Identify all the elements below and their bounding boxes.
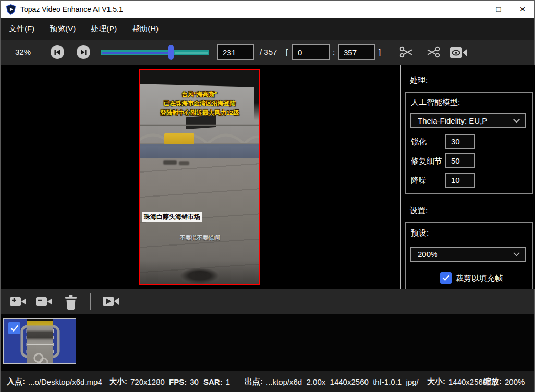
preset-dropdown[interactable]: 200% bbox=[410, 247, 526, 262]
remove-video-icon[interactable] bbox=[36, 295, 53, 308]
timeline-handle[interactable] bbox=[168, 45, 174, 60]
restore-detail-label: 修复细节 bbox=[411, 156, 442, 166]
app-logo-icon bbox=[6, 4, 16, 15]
range-end-input[interactable] bbox=[338, 44, 375, 60]
status-sar: SAR: 1 bbox=[203, 371, 230, 392]
restore-detail-input[interactable] bbox=[445, 153, 475, 168]
trim-out-scissors-icon[interactable] bbox=[425, 45, 441, 59]
preset-label: 预设: bbox=[411, 228, 429, 238]
status-out-point: 出点: ...ktop/x6d_2.00x_1440x2560_thf-1.0.… bbox=[245, 371, 419, 392]
bridge-wall bbox=[140, 144, 259, 158]
playback-toolbar: 32% / 357 [ : ] bbox=[1, 40, 534, 65]
app-window: Topaz Video Enhance AI V1.5.1 — □ × 文件(F… bbox=[0, 0, 535, 392]
subtitle-overlay: 不要慌不要慌啊 bbox=[140, 234, 259, 242]
range-open-bracket: [ bbox=[286, 47, 288, 56]
status-output-size: 大小: 1440x2560 bbox=[427, 371, 487, 392]
menu-process[interactable]: 处理(P) bbox=[90, 22, 118, 36]
crop-to-fill-label: 裁剪以填充帧 bbox=[456, 274, 503, 284]
headline-line-3: 登陆时中心附近最大风力12级 bbox=[140, 108, 259, 117]
timeline-progress bbox=[102, 52, 168, 54]
ai-model-value: Theia-Fidelity: EU,P bbox=[418, 116, 514, 125]
yellow-truck bbox=[164, 133, 194, 144]
range-start-input[interactable] bbox=[292, 44, 330, 60]
skip-to-start-icon bbox=[54, 49, 60, 55]
thumbnail-checkbox[interactable] bbox=[8, 322, 20, 334]
processing-section-title: 处理: bbox=[410, 76, 428, 85]
menubar: 文件(F) 预览(V) 处理(P) 帮助(H) bbox=[1, 18, 534, 40]
video-thumbnail-image bbox=[27, 319, 53, 363]
thumbnail-strip bbox=[1, 314, 534, 371]
skip-to-end-button[interactable] bbox=[77, 45, 90, 59]
skip-to-start-button[interactable] bbox=[51, 45, 64, 59]
timeline-slider[interactable] bbox=[101, 45, 209, 59]
checkmark-icon bbox=[10, 325, 19, 332]
settings-section-title: 设置: bbox=[410, 206, 428, 216]
skip-to-end-icon bbox=[80, 49, 87, 55]
checkmark-icon bbox=[442, 275, 450, 281]
delete-trash-icon[interactable] bbox=[64, 295, 78, 310]
video-thumbnail-tile[interactable] bbox=[3, 318, 76, 364]
minimize-button[interactable]: — bbox=[463, 1, 487, 18]
zoom-level-text: 32% bbox=[15, 47, 31, 56]
sharpen-input[interactable] bbox=[445, 134, 475, 149]
ai-model-label: 人工智能模型: bbox=[411, 97, 460, 107]
chevron-down-icon bbox=[513, 250, 520, 256]
range-colon: : bbox=[333, 47, 335, 56]
window-controls: — □ × bbox=[463, 1, 534, 18]
clip-toolbar bbox=[1, 289, 534, 314]
toolbar-divider bbox=[90, 293, 91, 310]
menu-help[interactable]: 帮助(H) bbox=[131, 22, 160, 36]
chevron-down-icon bbox=[513, 116, 520, 123]
denoise-label: 降噪 bbox=[411, 176, 427, 186]
range-close-bracket: ] bbox=[379, 47, 381, 56]
ai-model-dropdown[interactable]: Theia-Fidelity: EU,P bbox=[410, 113, 526, 128]
menu-preview[interactable]: 预览(V) bbox=[48, 22, 77, 36]
current-frame-input[interactable] bbox=[217, 44, 254, 60]
denoise-input[interactable] bbox=[445, 173, 475, 188]
main-area: 台风“海高斯” 已在珠海市金湾区沿海登陆 登陆时中心附近最大风力12级 珠海白藤… bbox=[1, 65, 534, 289]
crop-to-fill-checkbox[interactable] bbox=[440, 272, 452, 284]
preset-value: 200% bbox=[418, 250, 514, 259]
sharpen-label: 锐化 bbox=[411, 137, 427, 147]
close-button[interactable]: × bbox=[510, 1, 534, 18]
statusbar: 入点: ...o/Desktop/x6d.mp4 大小: 720x1280 FP… bbox=[1, 371, 534, 392]
timeline-remaining bbox=[175, 52, 208, 54]
video-headline-overlay: 台风“海高斯” 已在珠海市金湾区沿海登陆 登陆时中心附近最大风力12级 bbox=[140, 90, 259, 117]
frame-total-text: / 357 bbox=[260, 47, 277, 56]
add-video-icon[interactable] bbox=[10, 295, 27, 308]
trim-in-scissors-icon[interactable] bbox=[399, 45, 415, 59]
video-preview[interactable]: 台风“海高斯” 已在珠海市金湾区沿海登陆 登陆时中心附近最大风力12级 珠海白藤… bbox=[139, 69, 260, 285]
status-fps: FPS: 30 bbox=[169, 371, 199, 392]
headline-line-1: 台风“海高斯” bbox=[140, 90, 259, 99]
menu-file[interactable]: 文件(F) bbox=[8, 22, 35, 36]
bridge-silhouette bbox=[140, 123, 259, 146]
bottom-vignette bbox=[140, 261, 259, 284]
status-in-point: 入点: ...o/Desktop/x6d.mp4 bbox=[7, 371, 102, 392]
video-top-dark-band bbox=[140, 70, 259, 87]
maximize-button[interactable]: □ bbox=[487, 1, 510, 18]
window-title: Topaz Video Enhance AI V1.5.1 bbox=[20, 5, 123, 14]
location-tag-overlay: 珠海白藤头海鲜市场 bbox=[142, 212, 202, 222]
headline-line-2: 已在珠海市金湾区沿海登陆 bbox=[140, 99, 259, 108]
status-input-size: 大小: 720x1280 bbox=[109, 371, 165, 392]
status-scale: 缩放: 200% bbox=[483, 371, 525, 392]
titlebar: Topaz Video Enhance AI V1.5.1 — □ × bbox=[1, 1, 534, 18]
right-panel: 处理: 人工智能模型: Theia-Fidelity: EU,P 锐化 修复细节… bbox=[401, 65, 535, 289]
preview-camera-icon[interactable] bbox=[450, 46, 468, 59]
process-video-icon[interactable] bbox=[103, 295, 119, 308]
